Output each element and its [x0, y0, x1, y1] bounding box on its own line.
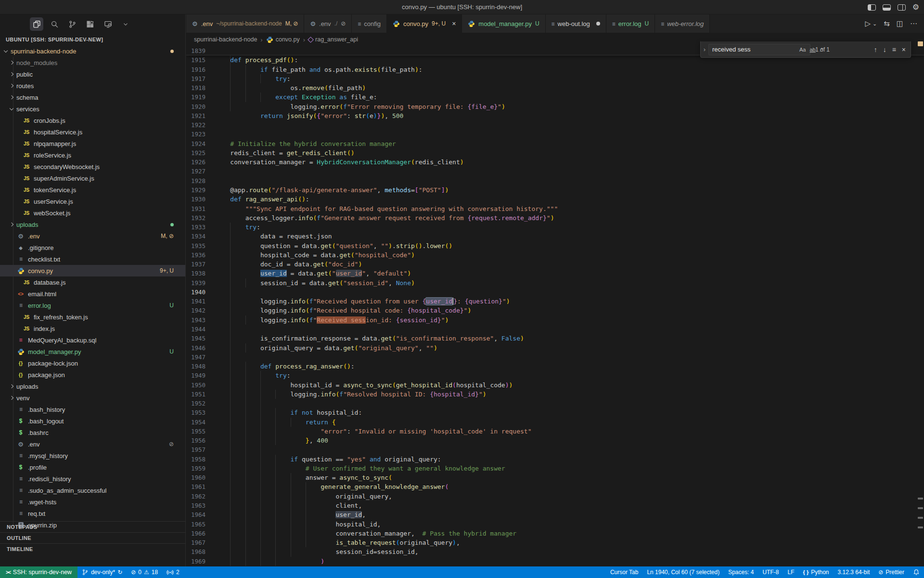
- file-row-convo.py[interactable]: convo.py9+, U: [0, 265, 185, 276]
- remote-explorer-icon[interactable]: [101, 17, 115, 31]
- code-line-1938[interactable]: 1938 session_id = data.get("session_id",…: [186, 269, 924, 278]
- code-line-1947[interactable]: 1947 def process_rag_answer():: [186, 353, 924, 362]
- file-row-spurrinai-backend-node[interactable]: spurrinai-backend-node: [0, 45, 185, 57]
- code-line-1924[interactable]: 1924redis_client = get_redis_client(): [186, 139, 924, 148]
- code-line-1946[interactable]: 1946: [186, 343, 924, 353]
- remote-indicator[interactable]: >< SSH: spurrin-dev-new: [0, 566, 77, 578]
- file-row-public[interactable]: public: [0, 68, 185, 80]
- file-row-hospitalService.js[interactable]: JShospitalService.js: [0, 126, 185, 138]
- code-line-1955[interactable]: 1955 }, 400: [186, 427, 924, 436]
- code-line-1951[interactable]: 1951: [186, 390, 924, 399]
- code-line-1961[interactable]: 1961 original_query,: [186, 482, 924, 491]
- explorer-section-header[interactable]: UBUNTU [SSH: SPURRIN-DEV-NEW]: [0, 34, 185, 45]
- code-line-1928[interactable]: 1928@app.route("/flask-api/generate-answ…: [186, 176, 924, 185]
- file-row-package.json[interactable]: {}package.json: [0, 369, 185, 381]
- file-row-package-lock.json[interactable]: {}package-lock.json: [0, 357, 185, 369]
- tab-model_manager.py[interactable]: model_manager.py U: [462, 14, 545, 33]
- code-line-1949[interactable]: 1949 hospital_id = async_to_sync(get_hos…: [186, 371, 924, 380]
- file-row-.bashrc[interactable]: $.bashrc: [0, 427, 185, 438]
- tab-web-error.log[interactable]: ≡ web-error.log: [655, 14, 710, 33]
- previous-match-icon[interactable]: ↑: [874, 46, 877, 53]
- file-row-uploads[interactable]: uploads: [0, 219, 185, 230]
- code-line-1918[interactable]: 1918 except Exception as file_e:: [186, 83, 924, 92]
- code-line-1929[interactable]: 1929def rag_answer_api():: [186, 185, 924, 195]
- code-line-1932[interactable]: 1932 try:: [186, 213, 924, 223]
- find-input[interactable]: [712, 46, 797, 53]
- toggle-primary-sidebar-icon[interactable]: [868, 4, 876, 11]
- cursor-tab[interactable]: Cursor Tab: [606, 566, 642, 578]
- code-line-1941[interactable]: 1941 logging.info(f"Received hospital co…: [186, 297, 924, 306]
- file-row-database.js[interactable]: JSdatabase.js: [0, 276, 185, 288]
- code-line-1939[interactable]: 1939: [186, 278, 924, 288]
- problems[interactable]: ⊘ 0 ⚠18: [127, 566, 162, 578]
- file-row-tokenService.js[interactable]: JStokenService.js: [0, 184, 185, 196]
- settings-gear-icon[interactable]: ⚙: [912, 3, 919, 11]
- source-control-icon[interactable]: [65, 17, 79, 31]
- file-row-routes[interactable]: routes: [0, 80, 185, 92]
- file-row-index.js[interactable]: JSindex.js: [0, 323, 185, 334]
- file-row-node_modules[interactable]: node_modules: [0, 57, 185, 68]
- code-line-1940[interactable]: 1940 logging.info(f"Received question fr…: [186, 288, 924, 297]
- code-line-1943[interactable]: 1943: [186, 315, 924, 325]
- chevron-down-icon[interactable]: [119, 17, 132, 31]
- file-row-secondaryWebsocket.js[interactable]: JSsecondaryWebsocket.js: [0, 161, 185, 172]
- notifications[interactable]: [909, 566, 924, 578]
- sidebar-section-outline[interactable]: OUTLINE: [0, 532, 185, 543]
- file-row-webSocket.js[interactable]: JSwebSocket.js: [0, 207, 185, 219]
- file-row-.bash_logout[interactable]: $.bash_logout: [0, 415, 185, 427]
- code-line-1969[interactable]: 1969 ): [186, 557, 924, 566]
- file-row-.rediscli_history[interactable]: ≡.rediscli_history: [0, 473, 185, 485]
- code-line-1917[interactable]: 1917 os.remove(file_path): [186, 74, 924, 83]
- code-line-1964[interactable]: 1964 hospital_id,: [186, 510, 924, 519]
- search-icon[interactable]: [48, 17, 61, 31]
- toggle-panel-icon[interactable]: [883, 4, 891, 11]
- code-line-1942[interactable]: 1942 logging.info(f"Received session_id:…: [186, 306, 924, 315]
- code-line-1921[interactable]: 1921: [186, 111, 924, 120]
- eol[interactable]: LF: [783, 566, 799, 578]
- tab-.env[interactable]: ⚙ .env ~/spurrinai-backend-node M, ⊘: [186, 14, 304, 33]
- files-icon[interactable]: [30, 17, 43, 31]
- file-row-superAdminService.js[interactable]: JSsuperAdminService.js: [0, 172, 185, 184]
- open-changes-icon[interactable]: ⇆: [884, 19, 890, 28]
- file-row-model_manager.py[interactable]: model_manager.pyU: [0, 346, 185, 357]
- code-line-1952[interactable]: 1952 if not hospital_id:: [186, 399, 924, 408]
- file-row-.mysql_history[interactable]: ≡.mysql_history: [0, 450, 185, 461]
- file-row-.profile[interactable]: $.profile: [0, 461, 185, 473]
- ports-forwarded[interactable]: 2: [162, 566, 184, 578]
- file-row-venv[interactable]: venv: [0, 392, 185, 404]
- code-line-1950[interactable]: 1950 logging.info(f"Resolved hospital ID…: [186, 381, 924, 390]
- run-dropdown-icon[interactable]: ⌄: [873, 21, 877, 27]
- code-line-1953[interactable]: 1953 return {: [186, 408, 924, 417]
- code-line-1966[interactable]: 1966 is_table_request(original_query),: [186, 529, 924, 538]
- code-line-1957[interactable]: 1957 if question == "yes" and original_q…: [186, 445, 924, 454]
- close-tab-icon[interactable]: ×: [452, 20, 456, 27]
- code-line-1959[interactable]: 1959 answer = async_to_sync(: [186, 464, 924, 473]
- file-row-nlpqamapper.js[interactable]: JSnlpqamapper.js: [0, 138, 185, 149]
- file-row-services[interactable]: services: [0, 103, 185, 115]
- file-row-fix_refresh_token.js[interactable]: JSfix_refresh_token.js: [0, 311, 185, 323]
- file-row-userService.js[interactable]: JSuserService.js: [0, 196, 185, 207]
- tab-config[interactable]: ≡ config: [352, 14, 387, 33]
- file-row-roleService.js[interactable]: JSroleService.js: [0, 149, 185, 161]
- unsaved-dot-icon[interactable]: [596, 22, 600, 26]
- breadcrumb-item-convo.py[interactable]: convo.py: [266, 36, 300, 43]
- code-line-1962[interactable]: 1962 client,: [186, 492, 924, 501]
- split-editor-icon[interactable]: ◫: [897, 19, 903, 28]
- code-line-1956[interactable]: 1956: [186, 436, 924, 445]
- code-line-1922[interactable]: 1922: [186, 120, 924, 130]
- code-line-1965[interactable]: 1965 conversation_manager, # Pass the hy…: [186, 520, 924, 529]
- prettier[interactable]: ⊘ Prettier: [874, 566, 909, 578]
- sidebar-section-notepads[interactable]: NOTEPADS: [0, 521, 185, 532]
- breadcrumb-item-rag_answer_api[interactable]: rag_answer_api: [308, 36, 358, 43]
- git-branch[interactable]: dev-only* ↻: [77, 566, 127, 578]
- code-line-1963[interactable]: 1963 user_id,: [186, 501, 924, 510]
- code-line-1934[interactable]: 1934 question = data.get("question", "")…: [186, 232, 924, 241]
- run-icon[interactable]: ▷: [865, 19, 871, 28]
- cursor-position[interactable]: Ln 1940, Col 60 (7 selected): [642, 566, 724, 578]
- close-find-icon[interactable]: ×: [902, 46, 906, 53]
- breadcrumb-item-spurrinai-backend-node[interactable]: spurrinai-backend-node: [194, 36, 257, 43]
- encoding[interactable]: UTF-8: [758, 566, 783, 578]
- tab-.env[interactable]: ⚙ .env ./ ⊘: [304, 14, 352, 33]
- extensions-icon[interactable]: [83, 17, 97, 31]
- code-line-1945[interactable]: 1945 original_query = data.get("original…: [186, 334, 924, 343]
